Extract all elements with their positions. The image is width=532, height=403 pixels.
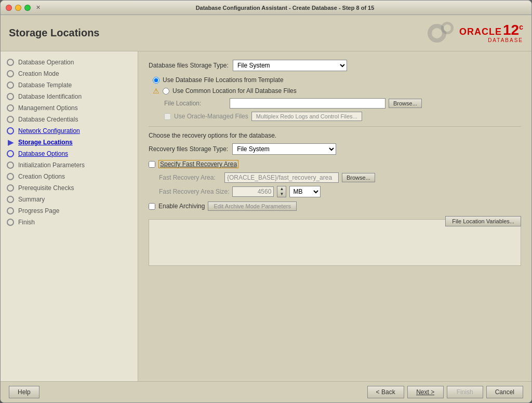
sidebar-label-database-identification: Database Identification <box>18 93 82 100</box>
fast-recovery-browse-button[interactable]: Browse... <box>342 173 375 182</box>
sidebar-item-database-identification[interactable]: Database Identification <box>1 91 138 102</box>
sidebar-label-progress-page: Progress Page <box>18 207 59 214</box>
radio-template[interactable] <box>153 77 159 84</box>
storage-type-select[interactable]: File System Automatic Storage Management… <box>233 60 347 71</box>
enable-archiving-label[interactable]: Enable Archiving <box>158 203 205 210</box>
fast-recovery-size-row: Fast Recovery Area Size: ▲ ▼ MB GB <box>159 186 521 197</box>
step-dot-storage-locations: ▶ <box>7 139 14 146</box>
step-dot-database-options <box>7 150 14 157</box>
recovery-section: Choose the recovery options for the data… <box>149 132 521 211</box>
step-dot-finish <box>7 219 14 226</box>
multiplex-button[interactable]: Multiplex Redo Logs and Control Files... <box>251 112 362 121</box>
oracle-db-label: DATABASE <box>488 37 523 43</box>
svg-point-3 <box>444 24 451 32</box>
header: Storage Locations ORACLE 12c DATABASE <box>1 15 531 51</box>
radio-common-label[interactable]: Use Common Location for All Database Fil… <box>172 87 297 95</box>
fast-recovery-size-input-group: ▲ ▼ MB GB <box>232 186 321 197</box>
recovery-storage-type-select[interactable]: File System Automatic Storage Management… <box>232 143 336 155</box>
sidebar-item-storage-locations[interactable]: ▶ Storage Locations <box>1 137 138 148</box>
main-window: ✕ Database Configuration Assistant - Cre… <box>0 0 532 403</box>
sidebar-label-database-options: Database Options <box>18 150 68 157</box>
section-divider <box>149 126 521 127</box>
step-dot-progress-page <box>7 207 14 214</box>
oracle-branding: ORACLE 12c DATABASE <box>459 23 523 43</box>
fast-recovery-size-input[interactable] <box>232 186 274 197</box>
fast-recovery-fields: Fast Recovery Area: Browse... Fast Recov… <box>149 172 521 197</box>
sidebar-label-initialization-parameters: Initialization Parameters <box>18 162 85 169</box>
edit-archive-button[interactable]: Edit Archive Mode Parameters <box>208 202 297 211</box>
oracle-managed-checkbox[interactable] <box>164 113 171 120</box>
page-title: Storage Locations <box>9 27 99 39</box>
sidebar-item-finish[interactable]: Finish <box>1 217 138 228</box>
finish-button[interactable]: Finish <box>447 386 483 398</box>
close-button[interactable] <box>6 5 12 11</box>
next-button[interactable]: Next > <box>407 386 444 398</box>
window-icon: ✕ <box>36 4 41 11</box>
oracle-version: 12c <box>503 23 523 37</box>
title-bar: ✕ Database Configuration Assistant - Cre… <box>1 1 531 15</box>
cancel-button[interactable]: Cancel <box>486 386 523 398</box>
footer: Help < Back Next > Finish Cancel <box>1 381 531 402</box>
recovery-storage-type-label: Recovery files Storage Type: <box>149 145 228 153</box>
sidebar-item-database-template[interactable]: Database Template <box>1 79 138 91</box>
size-decrement-button[interactable]: ▼ <box>277 192 286 197</box>
file-location-variables-button[interactable]: File Location Variables... <box>445 216 521 226</box>
sidebar-label-prerequisite-checks: Prerequisite Checks <box>18 184 74 192</box>
enable-archiving-checkbox[interactable] <box>149 203 155 210</box>
sidebar-item-management-options[interactable]: Management Options <box>1 102 138 114</box>
step-dot-network-configuration <box>7 127 14 135</box>
specify-fast-recovery-checkbox[interactable] <box>149 161 155 168</box>
sidebar-label-storage-locations: Storage Locations <box>18 139 73 146</box>
sidebar-item-creation-mode[interactable]: Creation Mode <box>1 68 138 79</box>
oracle-logo: ORACLE 12c DATABASE <box>419 20 523 46</box>
step-dot-database-template <box>7 82 14 89</box>
gear-graphic <box>419 20 455 46</box>
step-dot-creation-mode <box>7 70 14 77</box>
sidebar-item-creation-options[interactable]: Creation Options <box>1 171 138 182</box>
sidebar-label-database-template: Database Template <box>18 82 72 89</box>
fast-recovery-area-row: Fast Recovery Area: Browse... <box>159 172 521 183</box>
step-dot-management-options <box>7 104 14 112</box>
step-dot-database-identification <box>7 93 14 100</box>
oracle-managed-label: Use Oracle-Managed Files <box>174 113 248 120</box>
step-dot-database-operation <box>7 59 14 66</box>
minimize-button[interactable] <box>15 5 21 11</box>
step-dot-initialization-parameters <box>7 162 14 169</box>
sidebar-label-management-options: Management Options <box>18 104 78 112</box>
size-unit-select[interactable]: MB GB <box>289 186 321 197</box>
sidebar-label-creation-options: Creation Options <box>18 173 65 180</box>
recovery-section-title: Choose the recovery options for the data… <box>149 132 521 139</box>
fast-recovery-size-label: Fast Recovery Area Size: <box>159 188 229 195</box>
fast-recovery-area-input[interactable] <box>224 172 339 183</box>
file-location-input[interactable] <box>230 98 385 109</box>
oracle-managed-row: Use Oracle-Managed Files Multiplex Redo … <box>164 112 521 121</box>
specify-fast-recovery-label[interactable]: Specify Fast Recovery Area <box>158 160 238 168</box>
file-location-label: File Location: <box>164 100 227 107</box>
sidebar-item-database-options[interactable]: Database Options <box>1 148 138 159</box>
sidebar-item-database-operation[interactable]: Database Operation <box>1 57 138 68</box>
warning-icon: ⚠ <box>153 87 159 95</box>
sidebar: Database Operation Creation Mode Databas… <box>1 51 138 381</box>
help-button[interactable]: Help <box>9 386 39 398</box>
radio-common[interactable] <box>163 88 169 95</box>
file-location-row: File Location: Browse... <box>164 98 521 109</box>
back-button[interactable]: < Back <box>367 386 404 398</box>
sidebar-item-initialization-parameters[interactable]: Initialization Parameters <box>1 159 138 171</box>
sidebar-item-progress-page[interactable]: Progress Page <box>1 205 138 217</box>
sidebar-item-prerequisite-checks[interactable]: Prerequisite Checks <box>1 182 138 194</box>
size-spinner: ▲ ▼ <box>277 186 286 197</box>
sidebar-item-summary[interactable]: Summary <box>1 194 138 205</box>
sidebar-item-network-configuration[interactable]: Network Configuration <box>1 125 138 137</box>
maximize-button[interactable] <box>24 5 31 11</box>
storage-type-row: Database files Storage Type: File System… <box>149 60 521 71</box>
radio-template-label[interactable]: Use Database File Locations from Templat… <box>163 76 284 84</box>
size-increment-button[interactable]: ▲ <box>277 186 286 192</box>
sidebar-item-database-credentials[interactable]: Database Credentials <box>1 114 138 125</box>
enable-archiving-row: Enable Archiving Edit Archive Mode Param… <box>149 202 521 211</box>
sidebar-label-creation-mode: Creation Mode <box>18 70 59 77</box>
main-content: Database Operation Creation Mode Databas… <box>1 51 531 381</box>
step-dot-summary <box>7 196 14 203</box>
enable-archiving-section: Enable Archiving Edit Archive Mode Param… <box>149 202 521 211</box>
file-location-browse-button[interactable]: Browse... <box>389 99 422 108</box>
step-dot-prerequisite-checks <box>7 184 14 192</box>
